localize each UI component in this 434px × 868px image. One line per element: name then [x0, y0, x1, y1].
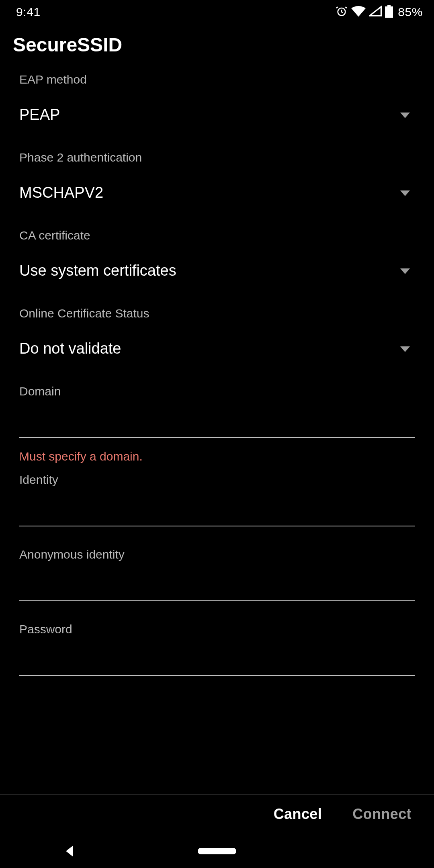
connect-button[interactable]: Connect: [352, 806, 411, 823]
chevron-down-icon: [400, 190, 410, 196]
anon-id-label: Anonymous identity: [19, 547, 415, 561]
dialog-button-bar: Cancel Connect: [0, 794, 434, 834]
form-scroll-area[interactable]: EAP method PEAP Phase 2 authentication M…: [0, 58, 434, 794]
ca-cert-dropdown[interactable]: Use system certificates: [19, 256, 415, 285]
ocsp-value: Do not validate: [19, 340, 121, 358]
ocsp-dropdown[interactable]: Do not validate: [19, 334, 415, 363]
battery-icon: [385, 5, 393, 18]
domain-input[interactable]: [19, 406, 415, 438]
status-icons: 85%: [335, 4, 423, 18]
chevron-down-icon: [400, 112, 410, 118]
chevron-down-icon: [400, 346, 410, 352]
phase2-value: MSCHAPV2: [19, 184, 103, 202]
ocsp-label: Online Certificate Status: [19, 306, 415, 320]
status-bar: 9:41 85%: [0, 0, 434, 23]
anon-id-input[interactable]: [19, 569, 415, 601]
home-indicator[interactable]: [198, 848, 236, 854]
back-icon[interactable]: [66, 845, 73, 857]
status-time: 9:41: [16, 4, 41, 18]
password-label: Password: [19, 622, 415, 636]
battery-text: 85%: [398, 4, 423, 18]
password-input[interactable]: [19, 644, 415, 676]
cancel-button[interactable]: Cancel: [274, 806, 322, 823]
eap-method-label: EAP method: [19, 72, 415, 86]
wifi-icon: [351, 6, 366, 17]
cellular-icon: [369, 6, 382, 17]
identity-label: Identity: [19, 473, 415, 486]
phase2-dropdown[interactable]: MSCHAPV2: [19, 178, 415, 207]
eap-method-value: PEAP: [19, 106, 60, 124]
domain-label: Domain: [19, 384, 415, 398]
ca-cert-value: Use system certificates: [19, 262, 176, 280]
phase2-label: Phase 2 authentication: [19, 150, 415, 164]
identity-input[interactable]: [19, 494, 415, 526]
system-nav-bar: [0, 834, 434, 868]
svg-rect-1: [387, 5, 391, 6]
chevron-down-icon: [400, 268, 410, 274]
svg-rect-2: [385, 6, 393, 18]
domain-error: Must specify a domain.: [19, 449, 415, 463]
alarm-icon: [335, 5, 348, 18]
ca-cert-label: CA certificate: [19, 228, 415, 242]
eap-method-dropdown[interactable]: PEAP: [19, 100, 415, 129]
